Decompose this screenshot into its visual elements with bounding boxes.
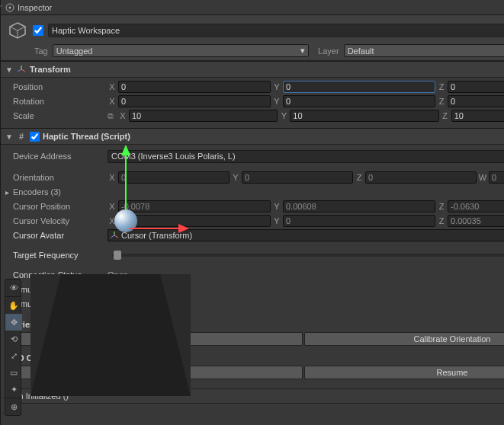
- target-frequency-label: Target Frequency: [7, 251, 108, 260]
- tag-dropdown[interactable]: Untagged▾: [53, 44, 309, 57]
- cursor-vel-z: [448, 215, 504, 227]
- position-x-field[interactable]: [118, 81, 271, 93]
- rotation-x-field[interactable]: [118, 95, 271, 107]
- layer-label: Layer: [318, 46, 339, 56]
- haptic-header[interactable]: ▼ # Haptic Thread (Script) ?⇄⋮: [1, 129, 504, 145]
- transform-icon: [16, 64, 27, 75]
- component-enabled-checkbox[interactable]: [30, 132, 40, 142]
- gameobject-name-field[interactable]: [48, 24, 504, 37]
- transform-tool-button[interactable]: ✦: [5, 381, 22, 398]
- device-address-label: Device Address: [7, 152, 108, 161]
- cursor-pos-y: [283, 200, 435, 212]
- scale-x-field[interactable]: [129, 110, 278, 122]
- gameobject-enabled-checkbox[interactable]: [33, 25, 43, 36]
- cursor-pos-x: [118, 200, 271, 212]
- scale-tool-button[interactable]: ⤢: [5, 347, 22, 364]
- target-frequency-slider[interactable]: [112, 254, 504, 257]
- x-axis-arrow-icon[interactable]: [130, 221, 191, 236]
- cursor-position-label: Cursor Position: [7, 202, 108, 211]
- svg-line-27: [114, 235, 118, 238]
- foldout-icon[interactable]: ▼: [5, 66, 13, 74]
- orientation-z: [365, 171, 477, 184]
- transform-mini-icon: [111, 232, 118, 239]
- drag-handle-icon[interactable]: ═: [0, 2, 3, 10]
- svg-line-21: [18, 27, 25, 30]
- svg-line-20: [10, 27, 18, 30]
- transform-header[interactable]: ▼ Transform ?⇄⋮: [1, 62, 504, 78]
- cursor-avatar-label: Cursor Avatar: [7, 231, 108, 240]
- position-y-field[interactable]: [283, 81, 435, 93]
- resume-button[interactable]: Resume: [304, 366, 504, 379]
- orientation-w: [489, 171, 504, 184]
- layer-dropdown[interactable]: Default▾: [344, 44, 504, 57]
- svg-line-24: [21, 69, 25, 72]
- gameobject-header: Static ▾ Tag Untagged▾ Layer Default▾: [1, 15, 504, 61]
- hand-tool-button[interactable]: ✋: [5, 297, 22, 314]
- foldout-icon[interactable]: ▼: [5, 133, 13, 141]
- view-tool-button[interactable]: 👁: [5, 280, 22, 296]
- position-z-field[interactable]: [448, 81, 504, 93]
- gameobject-icon[interactable]: [7, 20, 28, 41]
- transform-component: ▼ Transform ?⇄⋮ Position X Y Z Rotation …: [1, 61, 504, 128]
- svg-line-25: [18, 69, 21, 72]
- rotate-tool-button[interactable]: ⟲: [5, 331, 22, 347]
- scene-toolbar: 👁 ✋ ✥ ⟲ ⤢ ▭ ✦ ⊕: [5, 279, 21, 416]
- move-tool-button[interactable]: ✥: [5, 314, 22, 331]
- inspector-title: Inspector: [18, 3, 504, 12]
- rotation-label: Rotation: [7, 97, 108, 106]
- svg-line-28: [111, 235, 114, 238]
- calibrate-orientation-button[interactable]: Calibrate Orientation: [304, 332, 504, 346]
- scale-z-field[interactable]: [451, 110, 504, 122]
- orientation-y: [242, 171, 353, 184]
- svg-marker-16: [30, 274, 191, 396]
- encoders-label[interactable]: Encoders (3): [7, 187, 108, 197]
- svg-point-18: [9, 6, 11, 8]
- cursor-vel-y: [283, 215, 435, 227]
- custom-tool-button[interactable]: ⊕: [5, 398, 22, 415]
- inspector-header: Inspector 🔒 ⋮: [1, 0, 504, 15]
- rect-tool-button[interactable]: ▭: [5, 364, 22, 381]
- haptic-title: Haptic Thread (Script): [43, 132, 504, 141]
- orientation-label: Orientation: [7, 173, 108, 182]
- link-scale-icon[interactable]: ⧉: [108, 111, 114, 121]
- rotation-y-field[interactable]: [283, 95, 435, 107]
- inspector-icon: [5, 3, 14, 12]
- cursor-velocity-label: Cursor Velocity: [7, 216, 108, 225]
- orientation-x: [118, 171, 230, 184]
- svg-marker-13: [121, 145, 130, 155]
- position-label: Position: [7, 82, 108, 91]
- ground-plane: [30, 274, 191, 396]
- script-icon: #: [16, 131, 27, 142]
- cursor-pos-z: [448, 200, 504, 212]
- encoders-foldout-icon[interactable]: ▸: [5, 188, 13, 197]
- scale-y-field[interactable]: [290, 110, 438, 122]
- scale-label: Scale: [7, 111, 108, 120]
- transform-title: Transform: [30, 65, 504, 74]
- svg-marker-15: [178, 224, 189, 233]
- device-address-dropdown[interactable]: COM3 (Inverse3 Louis Polaris, L)▾: [108, 150, 504, 163]
- rotation-z-field[interactable]: [448, 95, 504, 107]
- tag-label: Tag: [34, 46, 48, 56]
